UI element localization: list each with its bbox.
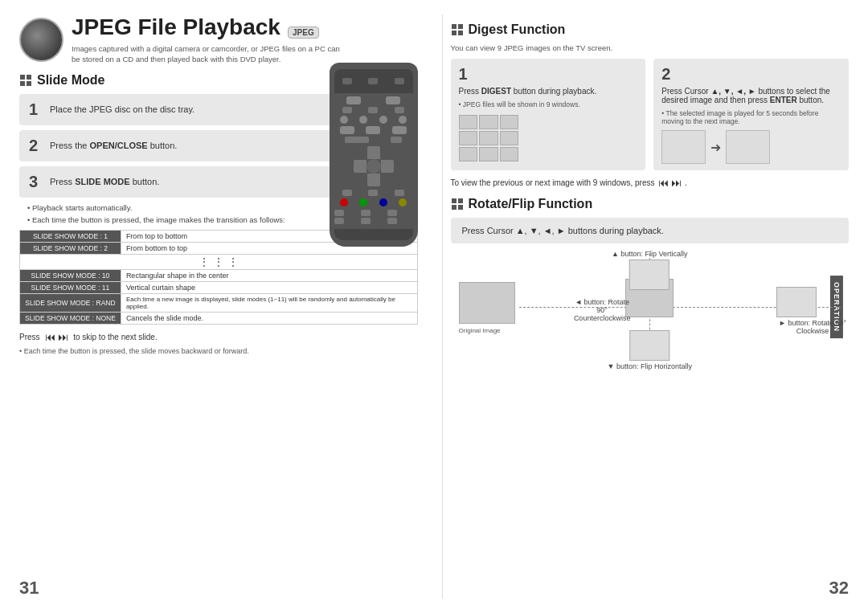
screen-2 [726, 130, 770, 164]
arrow-icon: ➜ [710, 140, 721, 155]
page-number-left: 31 [19, 578, 39, 599]
step-2-text: Press the OPEN/CLOSE button. [50, 141, 177, 150]
digest-title: Digest Function [451, 22, 850, 37]
svg-rect-10 [452, 205, 457, 210]
orig-label: Original Image [459, 327, 501, 334]
step-3-text: Press SLIDE MODE button. [50, 177, 159, 186]
skip-text-2: to skip to the next slide. [73, 333, 158, 341]
digest-step-2-num: 2 [661, 65, 841, 84]
svg-rect-7 [458, 31, 463, 35]
digest-subtitle: You can view 9 JPEG images on the TV scr… [451, 43, 850, 52]
rotate-diagram: Original Image ▲ button: Flip Vertically… [451, 250, 850, 370]
desc-cell: Cancels the slide mode. [121, 313, 417, 325]
mode-cell: SLIDE SHOW MODE : NONE [20, 313, 121, 325]
header-subtitle: Images captured with a digital camera or… [72, 43, 345, 65]
mode-cell: SLIDE SHOW MODE : 10 [20, 270, 121, 282]
mode-cell: SLIDE SHOW MODE : 2 [20, 243, 121, 255]
screen-1 [661, 130, 706, 164]
step-1-text: Place the JPEG disc on the disc tray. [50, 104, 194, 114]
digest-step-1: 1 Press DIGEST button during playback. •… [451, 59, 646, 170]
svg-rect-3 [27, 81, 31, 86]
svg-rect-11 [458, 205, 463, 210]
flip-h-screen [629, 330, 669, 361]
digest-step-2-note: • The selected image is played for 5 sec… [661, 109, 841, 125]
svg-rect-0 [20, 75, 25, 80]
table-row: SLIDE SHOW MODE : 11 Vertical curtain sh… [20, 282, 418, 294]
digest-screens: ➜ [661, 130, 841, 164]
dots-row: ⋮ ⋮ ⋮ [20, 255, 418, 270]
skip-icon: ⏮ ⏭ [45, 331, 69, 343]
skip-text: Press [19, 333, 40, 341]
svg-rect-8 [452, 198, 457, 203]
section-icon [19, 74, 32, 87]
jpeg-badge: JPEG [288, 27, 319, 39]
table-row: SLIDE SHOW MODE : RAND Each time a new i… [20, 294, 418, 313]
step-1-number: 1 [29, 100, 43, 119]
page-number-right: 32 [829, 578, 849, 599]
digest-step-1-text: Press DIGEST button during playback. [459, 87, 597, 96]
table-row: SLIDE SHOW MODE : 10 Rectangular shape i… [20, 270, 418, 282]
previous-text: To view the previous or next image with … [451, 178, 655, 187]
skip-arrows: ⏮ ⏭ [658, 177, 682, 189]
desc-cell: Rectangular shape in the center [121, 270, 417, 282]
remote-control [321, 63, 426, 247]
svg-rect-6 [452, 31, 457, 35]
section-icon-digest [451, 23, 464, 36]
rotate-cw-screen [776, 287, 817, 317]
skip-line: Press ⏮ ⏭ to skip to the next slide. [19, 331, 418, 343]
desc-cell: Vertical curtain shape [121, 282, 417, 294]
mode-cell: SLIDE SHOW MODE : 11 [20, 282, 121, 294]
svg-rect-1 [27, 75, 31, 80]
step-3-number: 3 [29, 173, 43, 191]
original-image [459, 282, 515, 324]
mode-cell: SLIDE SHOW MODE : RAND [20, 294, 121, 313]
dvd-logo [19, 18, 63, 62]
rotate-title: Rotate/Flip Function [451, 197, 850, 211]
svg-rect-9 [458, 198, 463, 203]
rotate-box: Press Cursor ▲, ▼, ◄, ► buttons during p… [451, 218, 850, 243]
previous-line: To view the previous or next image with … [451, 177, 850, 189]
skip-note: • Each time the button is pressed, the s… [19, 346, 418, 357]
svg-rect-4 [452, 24, 457, 29]
rotate-ccw-label: ◄ button: Rotate 90° Counterclockwise [570, 298, 634, 322]
flip-vertical-label: ▲ button: Flip Vertically [612, 250, 687, 292]
table-row: SLIDE SHOW MODE : NONE Cancels the slide… [20, 313, 418, 325]
page-title: JPEG File Playback [72, 14, 280, 39]
step-2-number: 2 [29, 137, 43, 155]
svg-rect-2 [20, 81, 25, 86]
rotate-cw-label: ► button: Rotate 90° Clockwise [776, 285, 849, 335]
digest-step-1-note: • JPEG files will be shown in 9 windows. [459, 100, 638, 108]
desc-cell: Each time a new image is displayed, slid… [121, 294, 417, 313]
mode-cell: SLIDE SHOW MODE : 1 [20, 231, 121, 243]
section-icon-rotate [451, 198, 464, 210]
flip-horizontal-label: ▼ button: Flip Horizontally [608, 329, 692, 370]
digest-step-2-text: Press Cursor ▲, ▼, ◄, ► buttons to selec… [661, 87, 830, 104]
flip-v-screen [629, 260, 669, 290]
digest-steps: 1 Press DIGEST button during playback. •… [451, 59, 850, 170]
digest-step-2: 2 Press Cursor ▲, ▼, ◄, ► buttons to sel… [653, 59, 849, 170]
svg-rect-5 [458, 24, 463, 29]
digest-step-1-num: 1 [459, 65, 638, 84]
rotate-box-text: Press Cursor ▲, ▼, ◄, ► buttons during p… [462, 226, 664, 235]
